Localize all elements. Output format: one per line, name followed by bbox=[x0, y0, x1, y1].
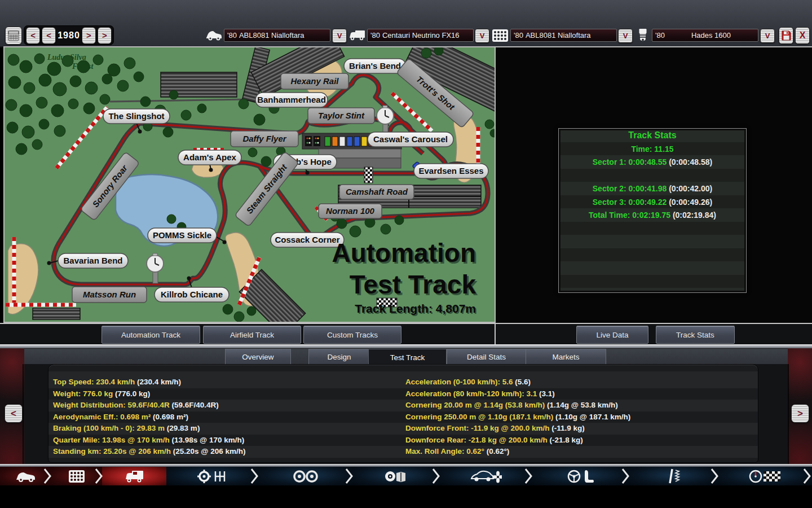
track-map[interactable]: Ludus Silva Forest bbox=[5, 47, 495, 322]
car-model-name: ABL8081 Nialloftara bbox=[239, 31, 304, 40]
gearbox-icon bbox=[197, 468, 227, 484]
vehicle-stats-panel: Top Speed: 230.4 km/h (230.4 km/h) Weigh… bbox=[48, 364, 758, 463]
stat-accel-80-120: Acceleration (80 km/h-120 km/h): 3.1 (3.… bbox=[405, 388, 555, 400]
save-button[interactable] bbox=[779, 27, 793, 44]
year-forward-fast-button[interactable]: > bbox=[98, 27, 112, 44]
corner-label-banhammerhead: Banhammerhead bbox=[255, 93, 328, 107]
footer-spacer bbox=[0, 485, 812, 508]
nav-brakes[interactable] bbox=[353, 467, 440, 485]
engine-name: Hades 1600 bbox=[691, 31, 731, 40]
close-icon: X bbox=[800, 30, 806, 41]
corner-label-slingshot: The Slingshot bbox=[103, 109, 170, 124]
stat-weight-distribution: Weight Distribution: 59.6F/40.4R (59.6F/… bbox=[53, 400, 219, 411]
corner-label-caswals-carousel: Caswal's Carousel bbox=[368, 132, 453, 147]
svg-text:Adam's Apex: Adam's Apex bbox=[183, 152, 237, 162]
design-step-nav bbox=[0, 467, 812, 485]
straight-label-camshaft-road: Camshaft Road bbox=[339, 185, 414, 199]
tyres-dropdown[interactable]: '80 ABL8081 Nialloftara bbox=[510, 29, 617, 42]
stat-weight: Weight: 776.0 kg (776.0 kg) bbox=[53, 388, 150, 400]
truck-icon bbox=[124, 468, 144, 484]
main-region: Overview Design Test Track Detail Stats … bbox=[0, 348, 812, 464]
nav-truck-active[interactable] bbox=[102, 467, 166, 485]
car-icon bbox=[14, 469, 37, 484]
car-model-year: '80 bbox=[227, 31, 237, 40]
svg-text:The Slingshot: The Slingshot bbox=[108, 111, 164, 121]
stat-aero-efficiency: Aerodynamic Eff.: 0.698 m² (0.698 m²) bbox=[53, 411, 188, 423]
svg-text:Brian's Bend: Brian's Bend bbox=[349, 61, 401, 71]
stat-top-speed: Top Speed: 230.4 km/h (230.4 km/h) bbox=[53, 376, 181, 388]
sector1-row: Sector 1: 0:00:48.55 (0:00:48.58) bbox=[559, 156, 746, 168]
year-back-fast-button[interactable]: < bbox=[26, 27, 40, 44]
automation-test-track-screen: < < 1980 > > '80 ABL8081 Nialloftara V '… bbox=[0, 0, 812, 508]
suspension-icon bbox=[665, 468, 682, 485]
car-model-dropdown[interactable]: '80 ABL8081 Nialloftara bbox=[224, 29, 330, 42]
metal-divider bbox=[0, 344, 812, 348]
nav-testing[interactable] bbox=[718, 467, 812, 485]
engine-dropdown[interactable]: '80 Hades 1600 bbox=[652, 29, 758, 42]
stat-downforce-rear: Downforce Rear: -21.8 kg @ 200.0 km/h (-… bbox=[405, 435, 583, 446]
nav-drivetrain[interactable] bbox=[166, 467, 258, 485]
tab-custom-tracks[interactable]: Custom Tracks bbox=[303, 326, 401, 344]
lap-time-row: Time: 11.15 bbox=[559, 143, 746, 155]
engine-year: '80 bbox=[655, 31, 665, 40]
tab-live-data[interactable]: Live Data bbox=[576, 326, 648, 344]
stat-cornering-250m: Cornering 250.00 m @ 1.10g (187.1 km/h) … bbox=[405, 411, 630, 423]
svg-text:Bavarian Bend: Bavarian Bend bbox=[63, 256, 122, 265]
nav-wheels[interactable] bbox=[258, 467, 353, 485]
svg-text:POMMS Sickle: POMMS Sickle bbox=[153, 230, 211, 240]
truck-icon bbox=[348, 28, 366, 43]
straight-label-matsson-run: Matsson Run bbox=[72, 287, 147, 303]
tab-airfield-track[interactable]: Airfield Track bbox=[203, 326, 301, 344]
chevron-separator bbox=[432, 468, 440, 484]
stat-standing-km: Standing km: 25.20s @ 206 km/h (25.20s @… bbox=[53, 446, 246, 457]
car-model-dropdown-button[interactable]: V bbox=[332, 29, 347, 43]
car-icon bbox=[205, 28, 222, 43]
stat-cornering-20m: Cornering 20.00 m @ 1.14g (53.8 km/h) (1… bbox=[405, 400, 618, 411]
tab-automation-track[interactable]: Automation Track bbox=[102, 326, 200, 344]
sector2-row: Sector 2: 0:00:41.98 (0:00:42.00) bbox=[559, 182, 746, 195]
engine-dropdown-button[interactable]: V bbox=[760, 29, 775, 43]
svg-text:Banhammerhead: Banhammerhead bbox=[257, 95, 326, 104]
engine-icon bbox=[636, 28, 650, 43]
tab-overview[interactable]: Overview bbox=[225, 349, 291, 365]
svg-text:Automation: Automation bbox=[332, 238, 476, 268]
corner-label-killrob-chicane: Killrob Chicane bbox=[155, 287, 229, 302]
tab-markets[interactable]: Markets bbox=[526, 349, 606, 365]
chevron-separator bbox=[524, 468, 532, 484]
tab-design[interactable]: Design bbox=[308, 349, 370, 365]
calendar-button[interactable] bbox=[5, 27, 22, 45]
year-back-button[interactable]: < bbox=[42, 27, 56, 44]
brakes-icon bbox=[384, 469, 409, 484]
svg-text:Hexany Rail: Hexany Rail bbox=[290, 76, 339, 86]
top-toolbar: < < 1980 > > '80 ABL8081 Nialloftara V '… bbox=[0, 0, 812, 47]
nav-interior[interactable] bbox=[532, 467, 629, 485]
track-map-panel: Ludus Silva Forest bbox=[3, 46, 496, 323]
page-next-button[interactable]: > bbox=[791, 404, 809, 423]
svg-text:Killrob Chicane: Killrob Chicane bbox=[161, 290, 223, 299]
stat-downforce-front: Downforce Front: -11.9 kg @ 200.0 km/h (… bbox=[405, 423, 585, 434]
tyre-icon bbox=[492, 28, 509, 43]
tyres-dropdown-button[interactable]: V bbox=[618, 29, 633, 43]
nav-body-and-cooling[interactable] bbox=[440, 467, 532, 485]
tab-track-stats[interactable]: Track Stats bbox=[656, 326, 735, 344]
tab-detail-stats[interactable]: Detail Stats bbox=[447, 349, 526, 365]
trim-dropdown-button[interactable]: V bbox=[475, 29, 489, 43]
corner-label-evardsen-esses: Evardsen Esses bbox=[414, 164, 488, 178]
total-time-row: Total Time: 0:02:19.75 (0:02:19.84) bbox=[559, 209, 746, 221]
track-stats-title: Track Stats bbox=[559, 129, 746, 142]
close-button[interactable]: X bbox=[795, 27, 810, 44]
corner-label-pomms-sickle: POMMS Sickle bbox=[148, 228, 217, 243]
body-fan-icon bbox=[470, 468, 502, 484]
trim-dropdown[interactable]: '80 Centauri Neutrino FX16 bbox=[367, 29, 474, 42]
svg-text:Caswal's Carousel: Caswal's Carousel bbox=[373, 134, 448, 144]
tab-test-track[interactable]: Test Track bbox=[368, 349, 447, 366]
year-forward-button[interactable]: > bbox=[82, 27, 96, 44]
page-previous-button[interactable]: < bbox=[5, 404, 23, 423]
tyres-name: ABL8081 Nialloftara bbox=[526, 31, 591, 40]
straight-label-taylor-stint: Taylor Stint bbox=[308, 108, 374, 124]
tyres-year: '80 bbox=[514, 31, 523, 40]
nav-suspension[interactable] bbox=[629, 467, 718, 485]
year-selector: < < 1980 > > bbox=[24, 25, 114, 45]
chevron-separator bbox=[43, 468, 51, 484]
gauge-flag-icon bbox=[749, 469, 782, 484]
